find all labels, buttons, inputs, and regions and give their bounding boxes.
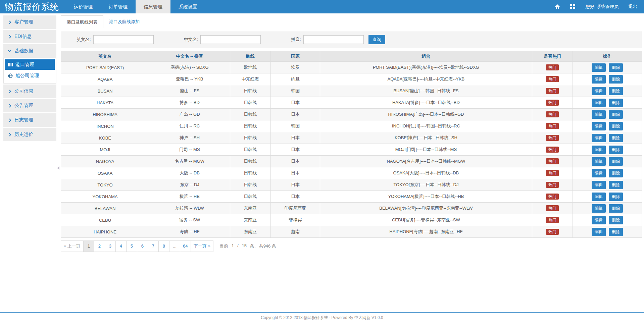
english-name-input[interactable] bbox=[93, 35, 154, 44]
edit-button[interactable]: 编辑 bbox=[592, 216, 606, 224]
chevron-right-icon bbox=[8, 118, 11, 122]
edit-button[interactable]: 编辑 bbox=[592, 157, 606, 166]
status-unit: 条, bbox=[250, 243, 256, 249]
cell-route: 东南亚 bbox=[230, 214, 270, 226]
sidebar-subitem-shipping-company[interactable]: 船公司管理 bbox=[5, 70, 55, 81]
cell-actions: 编辑 删除 bbox=[573, 62, 642, 73]
sidebar-item-logs[interactable]: 日志管理 bbox=[3, 113, 56, 127]
edit-button[interactable]: 编辑 bbox=[592, 134, 606, 142]
edit-button[interactable]: 编辑 bbox=[592, 110, 606, 119]
cell-chinese-pinyin: 广岛 -- GD bbox=[149, 109, 230, 120]
delete-button[interactable]: 删除 bbox=[609, 204, 623, 213]
col-chinese-pinyin: 中文名 -- 拼音 bbox=[149, 51, 230, 62]
delete-button[interactable]: 删除 bbox=[609, 228, 623, 236]
cell-chinese-pinyin: 勿拉湾 -- WLW bbox=[149, 203, 230, 214]
nav-item-settings[interactable]: 系统设置 bbox=[170, 0, 205, 13]
cell-actions: 编辑 删除 bbox=[573, 167, 642, 179]
cell-is-hot: 热门 bbox=[532, 120, 573, 132]
nav-item-orders[interactable]: 订单管理 bbox=[101, 0, 136, 13]
tab-port-route-add[interactable]: 港口及航线添加 bbox=[103, 15, 145, 28]
delete-button[interactable]: 删除 bbox=[609, 193, 623, 201]
sidebar-item-customers[interactable]: 客户管理 bbox=[3, 15, 56, 29]
delete-button[interactable]: 删除 bbox=[609, 134, 623, 142]
cell-chinese-pinyin: 大阪 -- DB bbox=[149, 167, 230, 179]
page-button[interactable]: 5 bbox=[126, 240, 137, 252]
delete-button[interactable]: 删除 bbox=[609, 216, 623, 224]
apps-grid-icon[interactable] bbox=[570, 4, 576, 9]
main-panel: 港口及航线列表 港口及航线添加 英文名: 中文名: 拼音: 查询 bbox=[61, 15, 642, 252]
sidebar-item-label: 历史运价 bbox=[14, 131, 33, 138]
cell-english-name: OSAKA bbox=[61, 167, 149, 179]
table-row: YOKOHAMA 横滨 -- HB 日韩线 日本 YOKOHAMA[横滨]---… bbox=[61, 191, 642, 203]
last-page-button[interactable]: 64 bbox=[180, 240, 191, 252]
edit-button[interactable]: 编辑 bbox=[592, 204, 606, 213]
logout-link[interactable]: 退出 bbox=[629, 0, 637, 13]
edit-button[interactable]: 编辑 bbox=[592, 87, 606, 95]
page: 物流报价系统 运价管理 订单管理 信息管理 系统设置 您好, 系统管理员 退出 … bbox=[0, 0, 644, 324]
delete-button[interactable]: 删除 bbox=[609, 110, 623, 119]
delete-button[interactable]: 删除 bbox=[609, 75, 623, 84]
edit-button[interactable]: 编辑 bbox=[592, 75, 606, 84]
sidebar-item-history-rates[interactable]: 历史运价 bbox=[3, 128, 56, 141]
cell-english-name: BELAWAN bbox=[61, 203, 149, 214]
top-navbar: 物流报价系统 运价管理 订单管理 信息管理 系统设置 您好, 系统管理员 退出 bbox=[0, 0, 644, 13]
cell-combination: PORT SAID(EAST)[塞德(东港)]----埃及--欧地线--SDXG bbox=[320, 62, 532, 73]
cell-combination: AQABA[亚喀巴]----约旦--中东红海--YKB bbox=[320, 73, 532, 85]
pinyin-input[interactable] bbox=[303, 35, 364, 44]
nav-item-freight[interactable]: 运价管理 bbox=[66, 0, 101, 13]
page-button[interactable]: 8 bbox=[158, 240, 169, 252]
cell-actions: 编辑 删除 bbox=[573, 132, 642, 144]
hot-badge: 热门 bbox=[546, 217, 559, 223]
page-button[interactable]: 6 bbox=[137, 240, 148, 252]
sidebar-item-announcements[interactable]: 公告管理 bbox=[3, 99, 56, 112]
list-icon bbox=[8, 63, 13, 66]
table-row: NAGOYA 名古屋 -- MGW 日韩线 日本 NAGOYA[名古屋]----… bbox=[61, 156, 642, 167]
delete-button[interactable]: 删除 bbox=[609, 169, 623, 177]
cell-chinese-pinyin: 海防 -- HF bbox=[149, 226, 230, 238]
delete-button[interactable]: 删除 bbox=[609, 146, 623, 154]
delete-button[interactable]: 删除 bbox=[609, 87, 623, 95]
edit-button[interactable]: 编辑 bbox=[592, 99, 606, 107]
delete-button[interactable]: 删除 bbox=[609, 122, 623, 130]
sidebar-item-basic-data[interactable]: 基础数据 bbox=[3, 44, 56, 58]
sidebar-subitem-port-management[interactable]: 港口管理 bbox=[5, 59, 55, 70]
prev-page-button[interactable]: « 上一页 bbox=[61, 240, 84, 252]
page-button[interactable]: 3 bbox=[105, 240, 116, 252]
edit-button[interactable]: 编辑 bbox=[592, 146, 606, 154]
delete-button[interactable]: 删除 bbox=[609, 63, 623, 72]
table-row: CEBU 宿务 -- SW 东南亚 菲律宾 CEBU[宿务]----菲律宾--东… bbox=[61, 214, 642, 226]
chinese-name-input[interactable] bbox=[200, 35, 261, 44]
tab-port-route-list[interactable]: 港口及航线列表 bbox=[61, 15, 103, 28]
edit-button[interactable]: 编辑 bbox=[592, 63, 606, 72]
navbar-right: 您好, 系统管理员 退出 bbox=[545, 0, 644, 13]
cell-chinese-pinyin: 东京 -- DJ bbox=[149, 179, 230, 191]
page-button[interactable]: 4 bbox=[115, 240, 127, 252]
sidebar-item-company-info[interactable]: 公司信息 bbox=[3, 85, 56, 98]
delete-button[interactable]: 删除 bbox=[609, 181, 623, 189]
edit-button[interactable]: 编辑 bbox=[592, 228, 606, 236]
home-icon[interactable] bbox=[555, 4, 560, 9]
delete-button[interactable]: 删除 bbox=[609, 99, 623, 107]
col-route: 航线 bbox=[230, 51, 270, 62]
edit-button[interactable]: 编辑 bbox=[592, 122, 606, 130]
chevron-right-icon bbox=[8, 104, 11, 107]
edit-button[interactable]: 编辑 bbox=[592, 193, 606, 201]
next-page-button[interactable]: 下一页 » bbox=[191, 240, 213, 252]
cell-chinese-pinyin: 名古屋 -- MGW bbox=[149, 156, 230, 167]
sidebar-collapse-handle[interactable] bbox=[57, 166, 59, 170]
nav-item-info[interactable]: 信息管理 bbox=[136, 0, 170, 13]
page-button[interactable]: 2 bbox=[94, 240, 105, 252]
page-button-current[interactable]: 1 bbox=[83, 240, 94, 252]
query-button[interactable]: 查询 bbox=[368, 35, 385, 44]
edit-button[interactable]: 编辑 bbox=[592, 169, 606, 177]
footer: Copyright © 2012-2018 物流报价系统 - Powered B… bbox=[0, 312, 644, 324]
table-row: MOJI 门司 -- MS 日韩线 日本 MOJI[门司]----日本--日韩线… bbox=[61, 144, 642, 156]
delete-button[interactable]: 删除 bbox=[609, 157, 623, 166]
page-button[interactable]: 7 bbox=[148, 240, 159, 252]
cell-is-hot: 热门 bbox=[532, 191, 573, 203]
sidebar-item-edi[interactable]: EDI信息 bbox=[3, 30, 56, 43]
hot-badge: 热门 bbox=[546, 100, 559, 106]
cell-english-name: TOKYO bbox=[61, 179, 149, 191]
edit-button[interactable]: 编辑 bbox=[592, 181, 606, 189]
hot-badge: 热门 bbox=[546, 147, 559, 153]
